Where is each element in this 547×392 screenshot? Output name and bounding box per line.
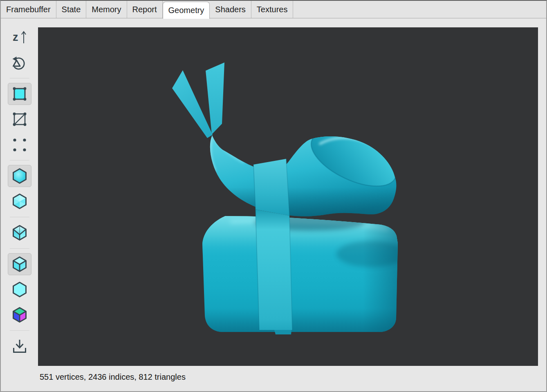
toolbar-separator: [10, 217, 29, 217]
toolbar: z: [1, 19, 38, 391]
toolbar-button-points[interactable]: [8, 134, 31, 156]
toolbar-group: [8, 222, 31, 244]
wireframe-quad-icon: [11, 110, 29, 128]
toolbar-separator: [10, 330, 29, 331]
toolbar-button-wireframe-quad[interactable]: [8, 108, 31, 130]
tab-framebuffer[interactable]: Framebuffer: [1, 1, 56, 18]
toolbar-button-colored-faces-cube[interactable]: [8, 304, 31, 326]
toolbar-group: z: [8, 26, 31, 74]
tab-report[interactable]: Report: [127, 1, 163, 18]
geometry-stats-text: 551 vertices, 2436 indices, 812 triangle…: [40, 372, 186, 382]
tab-bar: FramebufferStateMemoryReportGeometryShad…: [1, 1, 546, 18]
toolbar-button-smooth-shaded-cube[interactable]: [8, 165, 31, 187]
z-axis-up-icon: z: [11, 28, 29, 46]
toolbar-button-rotate-view[interactable]: [8, 51, 31, 74]
svg-text:z: z: [13, 31, 18, 43]
tab-shaders[interactable]: Shaders: [210, 1, 251, 18]
colored-faces-cube-icon: [11, 306, 29, 324]
toolbar-button-hexagon[interactable]: [8, 278, 31, 301]
model-gift-box: [200, 211, 406, 336]
open-cube-icon: [11, 224, 29, 242]
toolbar-button-edged-cube[interactable]: [8, 253, 31, 275]
tab-state[interactable]: State: [56, 1, 87, 18]
toolbar-group: [8, 335, 31, 357]
export-icon: [11, 337, 29, 355]
filled-quad-icon: [11, 85, 29, 103]
status-bar: 551 vertices, 2436 indices, 812 triangle…: [40, 368, 536, 386]
tab-geometry[interactable]: Geometry: [163, 2, 210, 19]
toolbar-group: [8, 253, 31, 326]
toolbar-group: [8, 83, 31, 156]
hexagon-icon: [11, 281, 29, 298]
tab-textures[interactable]: Textures: [251, 1, 294, 18]
toolbar-group: [8, 165, 31, 212]
toolbar-button-export[interactable]: [8, 335, 31, 357]
model-ribbon-tails: [172, 62, 224, 138]
toolbar-button-open-cube[interactable]: [8, 222, 31, 244]
toolbar-button-flat-shaded-cube[interactable]: [8, 190, 31, 212]
geometry-viewport[interactable]: [38, 27, 538, 366]
flat-shaded-cube-icon: [11, 192, 29, 210]
points-icon: [11, 136, 29, 154]
model-ribbon-band: [253, 159, 292, 334]
edged-cube-icon: [11, 255, 29, 273]
debugger-window: FramebufferStateMemoryReportGeometryShad…: [0, 0, 547, 392]
rotate-view-icon: [11, 53, 29, 71]
smooth-shaded-cube-icon: [11, 167, 29, 185]
toolbar-button-filled-quad[interactable]: [8, 83, 31, 105]
model-horn: [204, 120, 404, 223]
toolbar-separator: [10, 248, 29, 249]
model-3d-svg: [38, 27, 538, 366]
toolbar-separator: [10, 160, 29, 160]
tab-memory[interactable]: Memory: [86, 1, 127, 18]
toolbar-separator: [10, 78, 29, 78]
toolbar-button-z-axis-up[interactable]: z: [8, 26, 31, 48]
